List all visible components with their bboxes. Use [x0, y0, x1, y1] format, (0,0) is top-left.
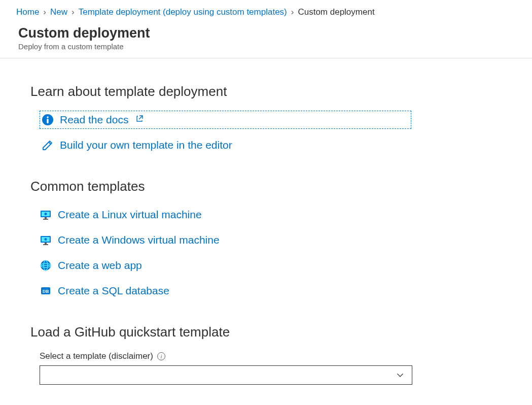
learn-section-title: Learn about template deployment: [30, 84, 502, 99]
svg-rect-2: [47, 119, 48, 123]
pencil-icon: [42, 139, 54, 151]
info-icon: [42, 114, 54, 126]
quickstart-section: Load a GitHub quickstart template Select…: [30, 324, 502, 385]
breadcrumb-new[interactable]: New: [50, 7, 67, 17]
template-field-label-row: Select a template (disclaimer) i: [40, 351, 502, 361]
chevron-right-icon: ›: [291, 7, 294, 17]
vm-icon: [40, 209, 52, 221]
page-header: Custom deployment Deploy from a custom t…: [0, 23, 532, 58]
quickstart-title: Load a GitHub quickstart template: [30, 324, 502, 340]
svg-point-1: [47, 116, 49, 118]
build-template-link[interactable]: Build your own template in the editor: [40, 136, 502, 154]
create-sql-db-label: Create a SQL database: [58, 285, 169, 297]
svg-rect-5: [45, 217, 47, 219]
breadcrumb: Home › New › Template deployment (deploy…: [0, 0, 532, 23]
learn-section: Learn about template deployment Read the…: [30, 84, 502, 154]
create-windows-vm-link[interactable]: Create a Windows virtual machine: [40, 231, 502, 249]
webapp-icon: [40, 259, 52, 272]
breadcrumb-current: Custom deployment: [298, 7, 374, 17]
page-subtitle: Deploy from a custom template: [18, 42, 532, 51]
create-linux-vm-link[interactable]: Create a Linux virtual machine: [40, 206, 502, 224]
svg-rect-11: [43, 244, 48, 245]
info-icon[interactable]: i: [157, 352, 165, 360]
svg-point-7: [45, 213, 47, 215]
create-sql-db-link[interactable]: DB Create a SQL database: [40, 282, 502, 300]
chevron-right-icon: ›: [43, 7, 46, 17]
svg-rect-6: [43, 219, 48, 220]
read-docs-link[interactable]: Read the docs: [40, 111, 411, 129]
breadcrumb-template-deployment[interactable]: Template deployment (deploy using custom…: [79, 7, 287, 17]
build-template-label: Build your own template in the editor: [60, 139, 232, 151]
sql-icon: DB: [40, 285, 52, 297]
create-windows-vm-label: Create a Windows virtual machine: [58, 234, 220, 246]
create-linux-vm-label: Create a Linux virtual machine: [58, 209, 202, 221]
vm-icon: [40, 234, 52, 246]
read-docs-label: Read the docs: [60, 114, 128, 126]
chevron-right-icon: ›: [72, 7, 75, 17]
svg-point-12: [45, 238, 47, 241]
common-templates-section: Common templates Create a Linux virtual …: [30, 179, 502, 300]
svg-text:DB: DB: [43, 289, 49, 294]
create-web-app-link[interactable]: Create a web app: [40, 256, 502, 275]
svg-rect-10: [45, 243, 47, 244]
create-web-app-label: Create a web app: [58, 259, 142, 272]
chevron-down-icon: [396, 370, 405, 380]
page-title: Custom deployment: [18, 25, 532, 41]
external-link-icon: [135, 115, 144, 125]
template-select[interactable]: [40, 365, 412, 385]
common-templates-title: Common templates: [30, 179, 502, 194]
content-area: Learn about template deployment Read the…: [0, 58, 532, 405]
template-field-label: Select a template (disclaimer): [40, 351, 153, 361]
breadcrumb-home[interactable]: Home: [16, 7, 39, 17]
